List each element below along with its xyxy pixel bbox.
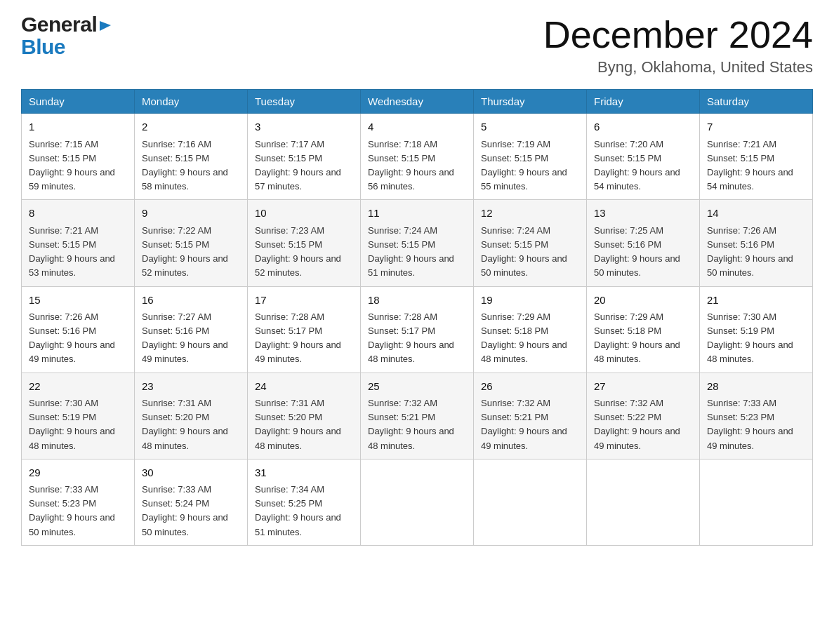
calendar-cell: 30Sunrise: 7:33 AMSunset: 5:24 PMDayligh… [135, 459, 248, 545]
calendar-cell: 11Sunrise: 7:24 AMSunset: 5:15 PMDayligh… [361, 200, 474, 286]
calendar-cell [700, 459, 813, 545]
calendar-cell: 12Sunrise: 7:24 AMSunset: 5:15 PMDayligh… [474, 200, 587, 286]
calendar-cell: 15Sunrise: 7:26 AMSunset: 5:16 PMDayligh… [22, 286, 135, 373]
day-number: 28 [707, 379, 805, 395]
calendar-cell: 5Sunrise: 7:19 AMSunset: 5:15 PMDaylight… [474, 114, 587, 200]
day-number: 31 [255, 465, 353, 481]
calendar-body: 1Sunrise: 7:15 AMSunset: 5:15 PMDaylight… [22, 114, 813, 545]
day-info: Sunrise: 7:32 AMSunset: 5:22 PMDaylight:… [594, 396, 692, 453]
day-number: 20 [594, 293, 692, 309]
calendar-cell: 24Sunrise: 7:31 AMSunset: 5:20 PMDayligh… [248, 373, 361, 459]
day-number: 4 [368, 119, 466, 135]
day-info: Sunrise: 7:33 AMSunset: 5:24 PMDaylight:… [142, 483, 240, 539]
day-number: 2 [142, 119, 240, 135]
column-header-sunday: Sunday [22, 90, 135, 114]
calendar-cell [361, 459, 474, 545]
day-info: Sunrise: 7:27 AMSunset: 5:16 PMDaylight:… [142, 310, 240, 367]
day-info: Sunrise: 7:29 AMSunset: 5:18 PMDaylight:… [594, 310, 692, 367]
day-info: Sunrise: 7:17 AMSunset: 5:15 PMDaylight:… [255, 137, 353, 194]
day-info: Sunrise: 7:28 AMSunset: 5:17 PMDaylight:… [368, 310, 466, 367]
day-info: Sunrise: 7:22 AMSunset: 5:15 PMDaylight:… [142, 224, 240, 281]
day-info: Sunrise: 7:31 AMSunset: 5:20 PMDaylight:… [142, 396, 240, 453]
logo-blue-text: Blue [21, 35, 65, 58]
day-info: Sunrise: 7:15 AMSunset: 5:15 PMDaylight:… [29, 137, 127, 194]
logo-triangle-icon [98, 18, 112, 32]
calendar-cell: 22Sunrise: 7:30 AMSunset: 5:19 PMDayligh… [22, 373, 135, 459]
day-info: Sunrise: 7:21 AMSunset: 5:15 PMDaylight:… [707, 137, 805, 194]
calendar-cell [587, 459, 700, 545]
day-info: Sunrise: 7:23 AMSunset: 5:15 PMDaylight:… [255, 224, 353, 281]
calendar-cell: 1Sunrise: 7:15 AMSunset: 5:15 PMDaylight… [22, 114, 135, 200]
day-number: 22 [29, 379, 127, 395]
day-info: Sunrise: 7:31 AMSunset: 5:20 PMDaylight:… [255, 396, 353, 453]
day-number: 9 [142, 206, 240, 222]
day-number: 27 [594, 379, 692, 395]
logo-general-text: General [21, 14, 97, 35]
day-info: Sunrise: 7:30 AMSunset: 5:19 PMDaylight:… [29, 396, 127, 453]
day-info: Sunrise: 7:20 AMSunset: 5:15 PMDaylight:… [594, 137, 692, 194]
day-info: Sunrise: 7:30 AMSunset: 5:19 PMDaylight:… [707, 310, 805, 367]
calendar-week-row: 22Sunrise: 7:30 AMSunset: 5:19 PMDayligh… [22, 373, 813, 459]
calendar-cell: 31Sunrise: 7:34 AMSunset: 5:25 PMDayligh… [248, 459, 361, 545]
day-number: 16 [142, 293, 240, 309]
calendar-week-row: 29Sunrise: 7:33 AMSunset: 5:23 PMDayligh… [22, 459, 813, 545]
calendar-cell: 25Sunrise: 7:32 AMSunset: 5:21 PMDayligh… [361, 373, 474, 459]
day-info: Sunrise: 7:19 AMSunset: 5:15 PMDaylight:… [481, 137, 579, 194]
calendar-week-row: 1Sunrise: 7:15 AMSunset: 5:15 PMDaylight… [22, 114, 813, 200]
calendar-table: SundayMondayTuesdayWednesdayThursdayFrid… [21, 89, 813, 545]
day-number: 23 [142, 379, 240, 395]
calendar-cell: 19Sunrise: 7:29 AMSunset: 5:18 PMDayligh… [474, 286, 587, 373]
day-info: Sunrise: 7:32 AMSunset: 5:21 PMDaylight:… [481, 396, 579, 453]
day-info: Sunrise: 7:25 AMSunset: 5:16 PMDaylight:… [594, 224, 692, 281]
calendar-cell: 18Sunrise: 7:28 AMSunset: 5:17 PMDayligh… [361, 286, 474, 373]
day-info: Sunrise: 7:33 AMSunset: 5:23 PMDaylight:… [29, 483, 127, 539]
day-info: Sunrise: 7:21 AMSunset: 5:15 PMDaylight:… [29, 224, 127, 281]
column-header-friday: Friday [587, 90, 700, 114]
day-info: Sunrise: 7:28 AMSunset: 5:17 PMDaylight:… [255, 310, 353, 367]
day-number: 14 [707, 206, 805, 222]
calendar-header-row: SundayMondayTuesdayWednesdayThursdayFrid… [22, 90, 813, 114]
day-info: Sunrise: 7:18 AMSunset: 5:15 PMDaylight:… [368, 137, 466, 194]
column-header-monday: Monday [135, 90, 248, 114]
calendar-cell: 9Sunrise: 7:22 AMSunset: 5:15 PMDaylight… [135, 200, 248, 286]
calendar-cell: 8Sunrise: 7:21 AMSunset: 5:15 PMDaylight… [22, 200, 135, 286]
calendar-cell: 16Sunrise: 7:27 AMSunset: 5:16 PMDayligh… [135, 286, 248, 373]
day-info: Sunrise: 7:29 AMSunset: 5:18 PMDaylight:… [481, 310, 579, 367]
day-number: 26 [481, 379, 579, 395]
column-header-saturday: Saturday [700, 90, 813, 114]
calendar-cell: 21Sunrise: 7:30 AMSunset: 5:19 PMDayligh… [700, 286, 813, 373]
day-number: 1 [29, 119, 127, 135]
calendar-cell: 2Sunrise: 7:16 AMSunset: 5:15 PMDaylight… [135, 114, 248, 200]
location-subtitle: Byng, Oklahoma, United States [543, 58, 813, 76]
calendar-cell: 23Sunrise: 7:31 AMSunset: 5:20 PMDayligh… [135, 373, 248, 459]
calendar-cell: 6Sunrise: 7:20 AMSunset: 5:15 PMDaylight… [587, 114, 700, 200]
calendar-cell: 13Sunrise: 7:25 AMSunset: 5:16 PMDayligh… [587, 200, 700, 286]
day-number: 13 [594, 206, 692, 222]
day-info: Sunrise: 7:24 AMSunset: 5:15 PMDaylight:… [481, 224, 579, 281]
calendar-cell: 28Sunrise: 7:33 AMSunset: 5:23 PMDayligh… [700, 373, 813, 459]
calendar-week-row: 15Sunrise: 7:26 AMSunset: 5:16 PMDayligh… [22, 286, 813, 373]
day-info: Sunrise: 7:34 AMSunset: 5:25 PMDaylight:… [255, 483, 353, 539]
calendar-cell: 26Sunrise: 7:32 AMSunset: 5:21 PMDayligh… [474, 373, 587, 459]
calendar-cell: 3Sunrise: 7:17 AMSunset: 5:15 PMDaylight… [248, 114, 361, 200]
day-info: Sunrise: 7:26 AMSunset: 5:16 PMDaylight:… [29, 310, 127, 367]
day-number: 30 [142, 465, 240, 481]
day-number: 21 [707, 293, 805, 309]
calendar-week-row: 8Sunrise: 7:21 AMSunset: 5:15 PMDaylight… [22, 200, 813, 286]
calendar-cell: 14Sunrise: 7:26 AMSunset: 5:16 PMDayligh… [700, 200, 813, 286]
day-number: 10 [255, 206, 353, 222]
day-number: 5 [481, 119, 579, 135]
day-info: Sunrise: 7:32 AMSunset: 5:21 PMDaylight:… [368, 396, 466, 453]
month-title: December 2024 [543, 14, 813, 55]
day-number: 7 [707, 119, 805, 135]
day-number: 3 [255, 119, 353, 135]
calendar-cell: 20Sunrise: 7:29 AMSunset: 5:18 PMDayligh… [587, 286, 700, 373]
day-number: 6 [594, 119, 692, 135]
day-info: Sunrise: 7:26 AMSunset: 5:16 PMDaylight:… [707, 224, 805, 281]
day-number: 24 [255, 379, 353, 395]
column-header-thursday: Thursday [474, 90, 587, 114]
day-number: 8 [29, 206, 127, 222]
day-number: 18 [368, 293, 466, 309]
day-number: 29 [29, 465, 127, 481]
calendar-cell: 4Sunrise: 7:18 AMSunset: 5:15 PMDaylight… [361, 114, 474, 200]
